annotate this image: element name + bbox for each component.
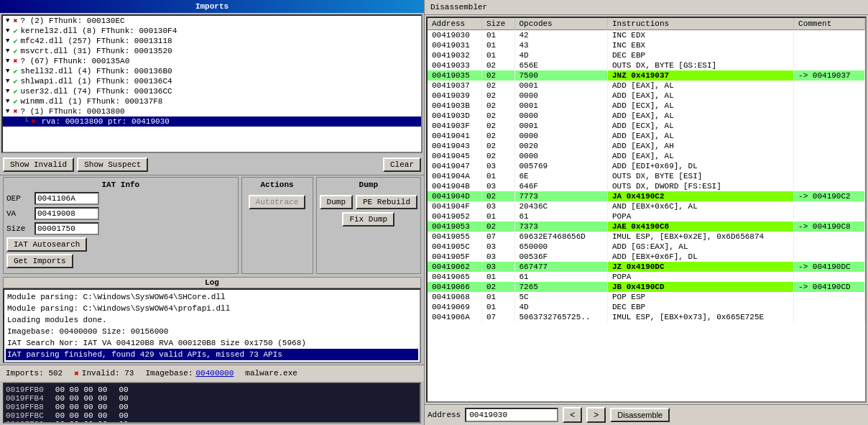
- disasm-row[interactable]: 00419039020000ADD [EAX], AL: [428, 91, 865, 101]
- expand-icon[interactable]: ▼: [6, 47, 9, 55]
- disasm-row[interactable]: 0041906203667477JZ 0x4190DC-> 004190DC: [428, 262, 865, 272]
- address-input[interactable]: [465, 408, 558, 422]
- disasm-opcodes: 7373: [514, 221, 607, 232]
- disasm-opcodes: 0001: [514, 81, 607, 91]
- import-list-item[interactable]: ▼✔shlwapi.dll (1) FThunk: 000136C4: [3, 76, 421, 86]
- disasm-row[interactable]: 0041906A075063732765725..IMUL ESP, [EBX+…: [428, 312, 865, 322]
- col-opcodes: Opcodes: [514, 18, 607, 30]
- import-list-item[interactable]: ▼✔shell32.dll (4) FThunk: 000136B0: [3, 66, 421, 76]
- expand-icon[interactable]: ▼: [6, 37, 9, 45]
- import-list-item[interactable]: ▼✔winmm.dll (1) FThunk: 000137F8: [3, 96, 421, 106]
- disasm-size: 03: [481, 252, 514, 262]
- disasm-size: 03: [481, 242, 514, 252]
- disasm-row[interactable]: 004190300142INC EDX: [428, 30, 865, 41]
- disasm-row[interactable]: 0041905F0300536FADD [EBX+0x6F], DL: [428, 252, 865, 262]
- disasm-size: 07: [481, 312, 514, 322]
- disasm-row[interactable]: 0041903F020001ADD [ECX], AL: [428, 121, 865, 131]
- disasm-row[interactable]: 00419068015CPOP ESP: [428, 292, 865, 302]
- fix-dump-button[interactable]: Fix Dump: [342, 212, 394, 227]
- disasm-size: 02: [481, 151, 514, 161]
- pe-rebuild-button[interactable]: PE Rebuild: [356, 195, 417, 209]
- disasm-row[interactable]: 0041905C03650000ADD [GS:EAX], AL: [428, 242, 865, 252]
- import-list-item[interactable]: ▼✔kernel32.dll (8) FThunk: 000130F4: [3, 26, 421, 36]
- disasm-row[interactable]: 0041904703005769ADD [EDI+0x69], DL: [428, 161, 865, 171]
- autotrace-button[interactable]: Autotrace: [249, 195, 305, 209]
- va-input[interactable]: [34, 207, 99, 220]
- status-icon: ✔: [13, 77, 17, 86]
- import-item-label: kernel32.dll (8) FThunk: 000130F4: [20, 27, 177, 35]
- disasm-row[interactable]: 004190310143INC EBX: [428, 40, 865, 50]
- disasm-instruction: IMUL ESP, [EBX+0x2E], 0x6D656874: [607, 232, 793, 242]
- disasm-row[interactable]: 0041904D027773JA 0x4190C2-> 004190C2: [428, 191, 865, 201]
- import-list-item[interactable]: ▼✖? (2) FThunk: 000130EC: [3, 16, 421, 26]
- import-list-item[interactable]: └ ✖rva: 00013800 ptr: 00419030: [3, 116, 421, 127]
- status-icon: ✔: [13, 47, 17, 55]
- import-item-label: winmm.dll (1) FThunk: 000137F8: [20, 97, 162, 106]
- disasm-row[interactable]: 0041903302656EOUTS DX, BYTE [GS:ESI]: [428, 60, 865, 70]
- disasm-row[interactable]: 00419066027265JB 0x4190CD-> 004190CD: [428, 282, 865, 292]
- log-line: Module parsing: C:\Windows\SysWOW64\SHCo…: [6, 291, 418, 303]
- expand-icon[interactable]: ▼: [6, 108, 9, 115]
- expand-icon[interactable]: ▼: [6, 88, 9, 95]
- disasm-row[interactable]: 00419069014DDEC EBP: [428, 302, 865, 312]
- disasm-row[interactable]: 00419045020000ADD [EAX], AL: [428, 151, 865, 161]
- disassemble-button[interactable]: Disassemble: [610, 408, 670, 422]
- left-panel: Imports ▼✖? (2) FThunk: 000130EC▼✔kernel…: [0, 0, 424, 425]
- disasm-comment: [794, 30, 865, 41]
- disasm-row[interactable]: 004190650161POPA: [428, 272, 865, 282]
- expand-icon[interactable]: ▼: [6, 17, 9, 24]
- col-address: Address: [428, 18, 481, 30]
- show-invalid-button[interactable]: Show Invalid: [3, 157, 74, 172]
- log-container[interactable]: Module parsing: C:\Windows\SysWOW64\SHCo…: [3, 288, 421, 363]
- disasm-row[interactable]: 00419032014DDEC EBP: [428, 50, 865, 60]
- disasm-instruction: ADD [EAX], AL: [607, 131, 793, 141]
- get-imports-button[interactable]: Get Imports: [6, 254, 73, 268]
- disasm-address: 0041906A: [428, 312, 481, 322]
- disasm-row[interactable]: 004190520161POPA: [428, 211, 865, 221]
- import-list-item[interactable]: ▼✔mfc42.dll (257) FThunk: 00013118: [3, 36, 421, 46]
- expand-icon[interactable]: ▼: [6, 68, 9, 75]
- disasm-address: 00419069: [428, 302, 481, 312]
- disasm-row[interactable]: 0041904A016EOUTS DX, BYTE [ESI]: [428, 171, 865, 181]
- disasm-row[interactable]: 0041903B020001ADD [ECX], AL: [428, 101, 865, 111]
- disasm-row[interactable]: 00419037020001ADD [EAX], AL: [428, 81, 865, 91]
- expand-icon[interactable]: ▼: [6, 78, 9, 85]
- disasm-instruction: ADD [EDI+0x69], DL: [607, 161, 793, 171]
- next-button[interactable]: >: [586, 407, 606, 423]
- disasm-address: 00419037: [428, 81, 481, 91]
- tree-connector: └: [24, 117, 29, 126]
- disasm-row[interactable]: 00419041020000ADD [EAX], AL: [428, 131, 865, 141]
- expand-icon[interactable]: ▼: [6, 58, 9, 65]
- disasm-address: 0041904B: [428, 181, 481, 191]
- dump-button[interactable]: Dump: [320, 195, 353, 209]
- disasm-opcodes: 00536F: [514, 252, 607, 262]
- disasm-comment: [794, 171, 865, 181]
- status-icon: ✖: [32, 117, 36, 126]
- oep-input[interactable]: [34, 192, 99, 205]
- disasm-row[interactable]: 0041903D020000ADD [EAX], AL: [428, 111, 865, 121]
- disasm-row[interactable]: 00419035027500JNZ 0x419037-> 00419037: [428, 70, 865, 81]
- imports-list-container[interactable]: ▼✖? (2) FThunk: 000130EC▼✔kernel32.dll (…: [1, 14, 423, 153]
- iat-autosearch-button[interactable]: IAT Autosearch: [6, 237, 87, 252]
- disasm-address: 00419066: [428, 282, 481, 292]
- prev-button[interactable]: <: [563, 407, 582, 423]
- disasm-instruction: OUTS DX, BYTE [ESI]: [607, 171, 793, 181]
- disasm-size: 03: [481, 161, 514, 171]
- disasm-table-container[interactable]: Address Size Opcodes Instructions Commen…: [426, 17, 867, 403]
- disasm-row[interactable]: 0041904F0320436CAND [EBX+0x6C], AL: [428, 201, 865, 211]
- address-label: Address: [428, 411, 461, 419]
- size-input[interactable]: [34, 222, 99, 235]
- disasm-row[interactable]: 00419053027373JAE 0x4190C8-> 004190C8: [428, 221, 865, 232]
- disasm-row[interactable]: 004190550769632E7468656DIMUL ESP, [EBX+0…: [428, 232, 865, 242]
- import-list-item[interactable]: ▼✔user32.dll (74) FThunk: 000136CC: [3, 86, 421, 96]
- import-list-item[interactable]: ▼✖? (67) FThunk: 000135A0: [3, 56, 421, 66]
- show-suspect-button[interactable]: Show Suspect: [77, 157, 148, 172]
- disasm-row[interactable]: 00419043020020ADD [EAX], AH: [428, 141, 865, 151]
- import-list-item[interactable]: ▼✖? (1) FThunk: 00013800: [3, 106, 421, 116]
- expand-icon[interactable]: ▼: [6, 27, 9, 35]
- disasm-row[interactable]: 0041904B03646FOUTS DX, DWORD [FS:ESI]: [428, 181, 865, 191]
- import-list-item[interactable]: ▼✔msvcrt.dll (31) FThunk: 00013520: [3, 46, 421, 56]
- disasm-size: 02: [481, 141, 514, 151]
- clear-button[interactable]: Clear: [383, 157, 421, 172]
- expand-icon[interactable]: ▼: [6, 98, 9, 105]
